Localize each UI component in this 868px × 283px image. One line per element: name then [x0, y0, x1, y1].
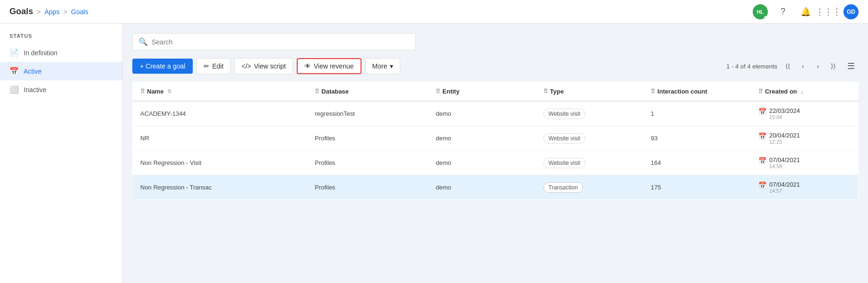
cell-type-3: Transaction	[536, 175, 644, 200]
user-avatar[interactable]: GD	[843, 4, 859, 19]
more-label: More	[372, 62, 387, 70]
cell-entity-0: demo	[428, 101, 536, 126]
list-view-button[interactable]: ☰	[843, 59, 859, 74]
cell-database-3: Profiles	[307, 175, 428, 200]
cell-name-1: NR	[133, 126, 308, 151]
view-script-button[interactable]: </> View script	[234, 58, 293, 74]
grid-icon-database: ⠿	[315, 88, 319, 95]
cell-name-0: ACADEMY-1344	[133, 101, 308, 126]
breadcrumb-apps[interactable]: Apps	[44, 8, 60, 16]
search-input[interactable]	[152, 38, 410, 46]
content-area: 🔍 + Create a goal ✏ Edit </> View script…	[123, 24, 868, 283]
breadcrumb-goals[interactable]: Goals	[71, 8, 88, 16]
cell-entity-2: demo	[428, 151, 536, 175]
notifications-button[interactable]: 🔔	[798, 4, 813, 19]
table-row[interactable]: ACADEMY-1344 regressionTest demo Website…	[133, 101, 859, 126]
search-bar: 🔍	[132, 33, 416, 51]
nav-actions: HL 👁 ? 🔔 ⋮⋮⋮ GD	[753, 4, 859, 19]
sidebar-label-active: Active	[24, 68, 42, 75]
cell-type-1: Website visit	[536, 126, 644, 151]
cell-database-2: Profiles	[307, 151, 428, 175]
table-row[interactable]: Non Regression - Visit Profiles demo Web…	[133, 151, 859, 175]
avatar-initials: GD	[847, 9, 855, 15]
grid-icon-entity: ⠿	[436, 88, 440, 95]
breadcrumb-separator: >	[37, 8, 41, 16]
sidebar-item-in-definition[interactable]: 📄 In definition	[0, 43, 122, 62]
more-button[interactable]: More ▾	[365, 58, 401, 74]
calendar-date-icon: 📅	[758, 181, 766, 189]
cell-interaction-2: 164	[643, 151, 751, 175]
col-header-name: ⠿ Name ⇅	[133, 82, 308, 102]
edit-button[interactable]: ✏ Edit	[197, 58, 231, 74]
breadcrumb: Goals > Apps > Goals	[9, 7, 88, 17]
cell-type-2: Website visit	[536, 151, 644, 175]
cell-name-2: Non Regression - Visit	[133, 151, 308, 175]
cell-entity-1: demo	[428, 126, 536, 151]
code-icon: </>	[241, 62, 251, 70]
col-type-label: Type	[550, 88, 564, 95]
cell-database-1: Profiles	[307, 126, 428, 151]
create-goal-label: + Create a goal	[140, 62, 185, 70]
calendar-date-icon: 📅	[758, 108, 766, 115]
edit-label: Edit	[212, 62, 223, 70]
calendar-date-icon: 📅	[758, 157, 766, 164]
search-icon: 🔍	[138, 37, 148, 46]
apps-grid-button[interactable]: ⋮⋮⋮	[821, 4, 836, 19]
view-script-label: View script	[254, 62, 286, 70]
col-header-interaction: ⠿ Interaction count	[643, 82, 751, 102]
cell-created-2: 📅 07/04/2021 14:58	[751, 151, 859, 175]
first-page-button[interactable]: ⟨⟨	[781, 60, 794, 73]
cell-name-3: Non Regression - Transac	[133, 175, 308, 200]
col-interaction-label: Interaction count	[657, 88, 707, 95]
avatar-nav[interactable]: HL 👁	[753, 4, 768, 19]
sidebar-label-in-definition: In definition	[24, 49, 58, 57]
sidebar-item-inactive[interactable]: ⬜ Inactive	[0, 80, 122, 99]
app-title: Goals	[9, 7, 33, 17]
cell-created-0: 📅 22/03/2024 15:04	[751, 101, 859, 126]
view-revenue-label: View revenue	[314, 62, 354, 70]
top-navigation: Goals > Apps > Goals HL 👁 ? 🔔 ⋮⋮⋮ GD	[0, 0, 868, 24]
square-icon: ⬜	[9, 85, 19, 94]
grid-icon-name: ⠿	[140, 88, 145, 95]
grid-icon-created: ⠿	[758, 88, 763, 95]
cell-database-0: regressionTest	[307, 101, 428, 126]
eye-icon: 👁	[304, 62, 311, 70]
cell-interaction-0: 1	[643, 101, 751, 126]
toolbar: + Create a goal ✏ Edit </> View script 👁…	[132, 58, 859, 74]
chevron-down-icon: ▾	[390, 62, 393, 70]
grid-icon-interaction: ⠿	[651, 88, 655, 95]
create-goal-button[interactable]: + Create a goal	[132, 59, 193, 74]
sort-created-icon[interactable]: ↓	[801, 89, 804, 94]
cell-interaction-1: 93	[643, 126, 751, 151]
cell-type-0: Website visit	[536, 101, 644, 126]
col-header-database: ⠿ Database	[307, 82, 428, 102]
pagination-controls: ⟨⟨ ‹ › ⟩⟩	[781, 60, 840, 73]
col-database-label: Database	[321, 88, 349, 95]
prev-page-button[interactable]: ‹	[796, 60, 809, 73]
cell-created-3: 📅 07/04/2021 14:57	[751, 175, 859, 200]
pagination-info: 1 - 4 of 4 elements	[726, 63, 777, 70]
sidebar-label-inactive: Inactive	[24, 86, 46, 94]
last-page-button[interactable]: ⟩⟩	[826, 60, 840, 73]
edit-icon: ✏	[204, 62, 209, 70]
table-row[interactable]: Non Regression - Transac Profiles demo T…	[133, 175, 859, 200]
calendar-icon: 📅	[9, 67, 19, 76]
sidebar-item-active[interactable]: 📅 Active	[0, 62, 122, 80]
col-entity-label: Entity	[442, 88, 459, 95]
document-icon: 📄	[9, 48, 19, 57]
avatar-nav-initials: HL	[757, 9, 764, 15]
sidebar-section-title: STATUS	[0, 33, 122, 43]
calendar-date-icon: 📅	[758, 132, 766, 140]
view-revenue-button[interactable]: 👁 View revenue	[297, 58, 361, 74]
grid-icon-type: ⠿	[543, 88, 548, 95]
cell-interaction-3: 175	[643, 175, 751, 200]
next-page-button[interactable]: ›	[811, 60, 825, 73]
col-name-label: Name	[147, 88, 163, 95]
table-row[interactable]: NR Profiles demo Website visit 93 📅 20/0…	[133, 126, 859, 151]
breadcrumb-separator2: >	[63, 8, 67, 16]
sort-name-icon[interactable]: ⇅	[167, 88, 172, 94]
goals-table: ⠿ Name ⇅ ⠿ Database ⠿	[132, 82, 859, 200]
col-header-entity: ⠿ Entity	[428, 82, 536, 102]
help-button[interactable]: ?	[775, 4, 791, 19]
main-layout: STATUS 📄 In definition 📅 Active ⬜ Inacti…	[0, 24, 868, 283]
